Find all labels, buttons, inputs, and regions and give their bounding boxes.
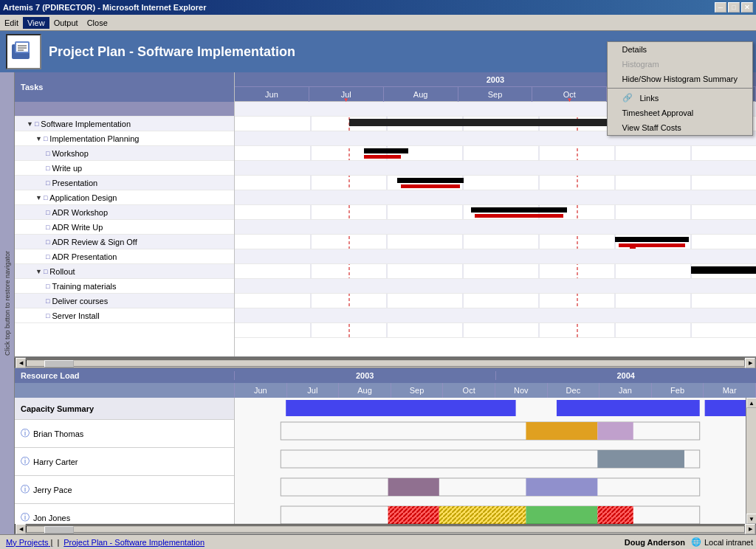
- scroll-thumb[interactable]: [44, 360, 74, 367]
- resource-month-row: Jun Jul Aug Sep Oct Nov Dec Jan Feb Mar: [15, 383, 756, 398]
- list-item[interactable]: □ Deliver courses: [15, 294, 234, 308]
- resource-row-brian[interactable]: ⓘ Brian Thomas: [15, 420, 234, 448]
- scroll-right-arrow[interactable]: ▶: [745, 358, 755, 368]
- svg-rect-45: [597, 450, 684, 468]
- info-icon: ⓘ: [21, 483, 30, 496]
- list-item[interactable]: □ ADR Review & Sign Off: [15, 235, 234, 249]
- gantt-row: [235, 161, 756, 176]
- svg-rect-52: [526, 506, 597, 524]
- res-month-jun: Jun: [235, 383, 287, 398]
- list-item[interactable]: ▼ □ Implementation Planning: [15, 131, 234, 146]
- svg-rect-53: [597, 506, 633, 524]
- restore-button[interactable]: □: [728, 2, 740, 13]
- list-item[interactable]: □ Write up: [15, 161, 234, 176]
- close-window-button[interactable]: ✕: [741, 2, 753, 13]
- link-icon: 🔗: [622, 93, 633, 103]
- gantt-row: [235, 249, 756, 264]
- info-icon: ⓘ: [21, 511, 30, 524]
- svg-rect-46: [281, 478, 699, 496]
- list-item[interactable]: □ Training materials: [15, 279, 234, 294]
- svg-rect-38: [286, 400, 515, 416]
- info-icon: ⓘ: [21, 427, 30, 440]
- resource-body: Capacity Summary ⓘ Brian Thomas ⓘ Harry …: [15, 398, 756, 524]
- gantt-row: [235, 220, 756, 235]
- resource-year-2004: 2004: [496, 371, 757, 380]
- gantt-body: [235, 102, 756, 338]
- menu-view-staff[interactable]: View Staff Costs: [608, 120, 753, 135]
- res-month-nov: Nov: [495, 383, 548, 398]
- menu-hide-show[interactable]: Hide/Show Histogram Summary: [608, 72, 753, 86]
- resource-v-scrollbar[interactable]: ▲ ▼: [746, 398, 756, 524]
- gantt-row: [235, 205, 756, 220]
- status-right: Doug Anderson 🌐 Local intranet: [625, 537, 753, 547]
- menu-item-output[interactable]: Output: [49, 17, 83, 29]
- scroll-left-arrow[interactable]: ◀: [16, 358, 26, 368]
- menu-item-edit[interactable]: Edit: [0, 17, 23, 29]
- menu-timesheet[interactable]: Timesheet Approval: [608, 106, 753, 120]
- menu-details[interactable]: Details: [608, 42, 753, 57]
- status-link-plan[interactable]: Project Plan - Software Implementation: [61, 538, 207, 547]
- status-user: Doug Anderson: [625, 538, 685, 547]
- resource-header-row: Resource Load 2003 2004: [15, 368, 756, 383]
- res-month-sep: Sep: [391, 383, 444, 398]
- menu-links[interactable]: 🔗 Links: [608, 90, 753, 106]
- list-item[interactable]: □ ADR Presentation: [15, 249, 234, 264]
- gantt-month-aug: Aug: [384, 87, 458, 102]
- status-links: My Projects | Project Plan - Software Im…: [3, 538, 207, 547]
- list-item[interactable]: □ Server Install: [15, 308, 234, 323]
- status-link-projects[interactable]: My Projects: [3, 538, 55, 547]
- gantt-row: [235, 294, 756, 308]
- res-scroll-thumb[interactable]: [44, 526, 74, 534]
- main-content: Click top button to restore navigator Ta…: [0, 72, 756, 534]
- scroll-down-arrow[interactable]: ▼: [746, 514, 756, 524]
- svg-rect-51: [439, 506, 526, 524]
- resource-title: Resource Load: [15, 371, 235, 380]
- res-month-feb: Feb: [652, 383, 704, 398]
- list-item[interactable]: □ Presentation: [15, 176, 234, 190]
- gantt-row: [235, 308, 756, 323]
- gantt-row: [235, 323, 756, 338]
- menu-divider: [608, 88, 753, 89]
- resource-month-spacer: [15, 383, 235, 398]
- context-menu: Details Histogram Hide/Show Histogram Su…: [607, 41, 754, 136]
- task-rows: ▼ □ Software Implementation ▼ □ Implemen…: [15, 102, 234, 323]
- gantt-h-scrollbar[interactable]: ◀ ▶: [15, 358, 756, 368]
- resource-h-scrollbar[interactable]: ◀ ▶: [15, 524, 756, 534]
- gantt-row: [235, 190, 756, 205]
- list-item[interactable]: ▼ □ Rollout: [15, 264, 234, 279]
- gantt-month-jul: Jul: [309, 87, 384, 102]
- title-bar-buttons: ─ □ ✕: [715, 2, 753, 13]
- gantt-row: [235, 176, 756, 190]
- menu-bar: Edit View Output Close: [0, 15, 756, 31]
- resource-row-jon[interactable]: ⓘ Jon Jones: [15, 504, 234, 524]
- scroll-up-arrow[interactable]: ▲: [746, 398, 756, 408]
- svg-rect-48: [526, 478, 597, 496]
- list-item[interactable]: ▼ □ Application Design: [15, 190, 234, 205]
- resource-year-2003: 2003: [235, 371, 496, 380]
- gantt-container: Tasks ▼ □ Software Implementation ▼ □ Im…: [15, 72, 756, 534]
- task-list: Tasks ▼ □ Software Implementation ▼ □ Im…: [15, 72, 235, 356]
- resource-row-jerry[interactable]: ⓘ Jerry Pace: [15, 476, 234, 504]
- gantt-month-sep: Sep: [458, 87, 533, 102]
- res-month-jul: Jul: [287, 383, 340, 398]
- status-bar: My Projects | Project Plan - Software Im…: [0, 534, 756, 549]
- gantt-month-oct: Oct: [532, 87, 607, 102]
- list-item[interactable]: □ Workshop: [15, 146, 234, 161]
- list-item[interactable]: □ ADR Workshop: [15, 205, 234, 220]
- side-navigator[interactable]: Click top button to restore navigator: [0, 72, 15, 534]
- svg-rect-43: [597, 422, 633, 440]
- table-row: [15, 102, 234, 117]
- list-item[interactable]: ▼ □ Software Implementation: [15, 117, 234, 131]
- capacity-summary-row: Capacity Summary: [15, 398, 234, 420]
- menu-item-close[interactable]: Close: [83, 17, 112, 29]
- minimize-button[interactable]: ─: [715, 2, 726, 13]
- resource-row-harry[interactable]: ⓘ Harry Carter: [15, 448, 234, 476]
- svg-rect-42: [526, 422, 597, 440]
- window-title: Artemis 7 (PDIRECTOR) - Microsoft Intern…: [3, 3, 206, 12]
- menu-item-view[interactable]: View: [23, 17, 49, 29]
- globe-icon: 🌐: [691, 537, 701, 547]
- list-item[interactable]: □ ADR Write Up: [15, 220, 234, 235]
- res-scroll-left[interactable]: ◀: [16, 524, 26, 534]
- status-zone: 🌐 Local intranet: [691, 537, 753, 547]
- res-scroll-right[interactable]: ▶: [745, 524, 755, 534]
